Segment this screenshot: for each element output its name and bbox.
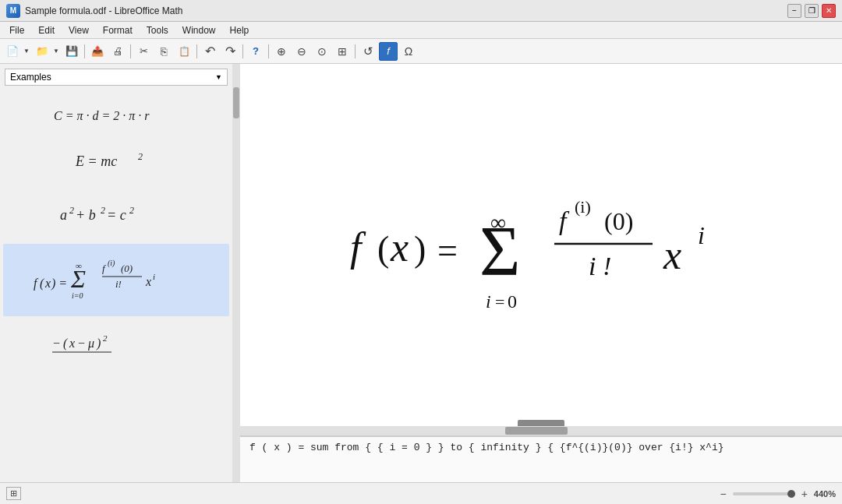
formula-circle[interactable]: C = π · d = 2 · π · r xyxy=(3,97,229,136)
svg-text:i: i xyxy=(153,272,155,281)
export-button[interactable] xyxy=(88,42,107,61)
svg-text:(: ( xyxy=(63,337,69,351)
new-button[interactable] xyxy=(3,42,22,61)
paste-icon xyxy=(179,45,190,57)
sidebar-scrollbar-thumb[interactable] xyxy=(233,87,239,118)
formula-gaussian[interactable]: − ( x − μ ) 2 xyxy=(3,319,229,380)
zoom-slider[interactable] xyxy=(733,492,795,495)
svg-text:): ) xyxy=(96,337,101,351)
menu-help[interactable]: Help xyxy=(224,23,256,37)
help-icon xyxy=(253,45,259,57)
svg-text:f: f xyxy=(559,206,570,235)
svg-text:+ b: + b xyxy=(76,207,96,223)
svg-text:(i): (i) xyxy=(575,197,591,217)
formula-gaussian-svg: − ( x − μ ) 2 xyxy=(46,327,186,370)
horizontal-scrollbar[interactable] xyxy=(240,426,842,435)
title-bar: M Sample formula.odf - LibreOffice Math … xyxy=(0,0,842,22)
svg-text:2: 2 xyxy=(103,333,108,343)
formula-pythagorean[interactable]: a 2 + b 2 = c 2 xyxy=(3,192,229,241)
print-icon xyxy=(113,45,123,57)
formula-taylor[interactable]: f ( x ) = ∞ Σ i=0 f (i) (0) xyxy=(3,244,229,316)
formula-energy[interactable]: E = mc 2 xyxy=(3,139,229,189)
examples-dropdown[interactable]: Examples ▼ xyxy=(5,69,228,86)
close-button[interactable]: ✕ xyxy=(822,4,836,18)
new-dropdown[interactable]: ▼ xyxy=(22,42,31,61)
drag-handle[interactable] xyxy=(518,420,564,426)
formula-code[interactable]: f ( x ) = sum from { { i = 0 } } to { in… xyxy=(249,442,724,453)
menu-edit[interactable]: Edit xyxy=(32,23,61,37)
save-icon xyxy=(65,45,78,57)
formula-icon: f xyxy=(387,45,390,57)
menu-format[interactable]: Format xyxy=(97,23,139,37)
special-chars-button[interactable] xyxy=(399,42,418,61)
undo-button[interactable] xyxy=(200,42,219,61)
status-bar: ⊞ − + 440% xyxy=(0,482,842,504)
toolbar: ▼ ▼ f xyxy=(0,39,842,64)
redo-button[interactable] xyxy=(221,42,239,61)
refresh-button[interactable] xyxy=(359,42,377,61)
sep6 xyxy=(355,44,356,58)
formula-view-button[interactable]: f xyxy=(379,42,398,61)
svg-text:): ) xyxy=(414,229,426,269)
open-dropdown[interactable]: ▼ xyxy=(51,42,61,61)
undo-icon xyxy=(205,44,215,58)
svg-text:2: 2 xyxy=(101,205,105,216)
title-bar-controls: − ❐ ✕ xyxy=(787,4,836,18)
window-title: Sample formula.odf - LibreOffice Math xyxy=(25,5,183,16)
svg-text:(0): (0) xyxy=(604,207,633,235)
paste-button[interactable] xyxy=(175,42,193,61)
menu-window[interactable]: Window xyxy=(176,23,222,37)
svg-text:x: x xyxy=(145,275,151,288)
help-button[interactable] xyxy=(246,42,265,61)
zoomout-button[interactable] xyxy=(292,42,311,61)
open-button[interactable] xyxy=(33,42,51,61)
menu-file[interactable]: File xyxy=(3,23,30,37)
svg-text:x: x xyxy=(390,225,409,270)
minimize-button[interactable]: − xyxy=(787,4,801,18)
zoomin-button[interactable] xyxy=(272,42,291,61)
sep2 xyxy=(130,44,131,58)
zoom100-button[interactable] xyxy=(313,42,331,61)
svg-text:(0): (0) xyxy=(121,263,133,274)
svg-text:C = π · d = 2 · π · r: C = π · d = 2 · π · r xyxy=(54,109,150,122)
horizontal-scrollbar-thumb[interactable] xyxy=(505,427,568,435)
svg-text:) =: ) = xyxy=(51,277,67,291)
status-icon-area: ⊞ xyxy=(6,487,21,500)
restore-button[interactable]: ❐ xyxy=(805,4,819,18)
menu-tools[interactable]: Tools xyxy=(140,23,175,37)
zoom-thumb[interactable] xyxy=(787,490,795,498)
copy-button[interactable] xyxy=(154,42,173,61)
formula-editor[interactable]: f ( x ) = sum from { { i = 0 } } to { in… xyxy=(240,435,842,482)
refresh-icon xyxy=(363,44,373,58)
export-icon xyxy=(91,45,104,57)
svg-text:0: 0 xyxy=(508,291,517,312)
zoom-in-button[interactable]: + xyxy=(798,488,811,500)
print-button[interactable] xyxy=(108,42,127,61)
svg-text:i=0: i=0 xyxy=(72,291,83,300)
chevron-down-icon2: ▼ xyxy=(53,48,59,55)
zoom-controls: − + 440% xyxy=(716,488,836,500)
svg-text:−: − xyxy=(77,337,86,350)
svg-text:=: = xyxy=(495,292,504,312)
status-left: ⊞ xyxy=(6,487,21,500)
zoom-out-button[interactable]: − xyxy=(716,488,729,500)
main-formula-svg: f ( x ) = ∞ Σ i = 0 f (i) (0) i ! xyxy=(327,129,755,362)
save-button[interactable] xyxy=(62,42,81,61)
preview-area: f ( x ) = ∞ Σ i = 0 f (i) (0) i ! xyxy=(240,64,842,482)
svg-text:−: − xyxy=(52,337,61,350)
sidebar-inner: Examples ▼ C = π · d = 2 · π · r E = mc … xyxy=(0,64,232,482)
svg-text:i !: i ! xyxy=(589,252,611,280)
svg-text:Σ: Σ xyxy=(70,265,86,293)
chevron-down-icon: ▼ xyxy=(23,48,30,55)
svg-text:x: x xyxy=(44,277,51,290)
menu-view[interactable]: View xyxy=(62,23,95,37)
svg-text:x: x xyxy=(663,233,681,277)
zoomfit-button[interactable] xyxy=(333,42,352,61)
svg-text:f: f xyxy=(350,225,366,270)
zoomfit-icon xyxy=(338,45,347,58)
svg-text:i!: i! xyxy=(115,278,122,290)
cut-button[interactable] xyxy=(134,42,153,61)
sidebar-scrollbar[interactable] xyxy=(232,64,240,482)
svg-text:2: 2 xyxy=(69,205,74,216)
sep3 xyxy=(196,44,197,58)
